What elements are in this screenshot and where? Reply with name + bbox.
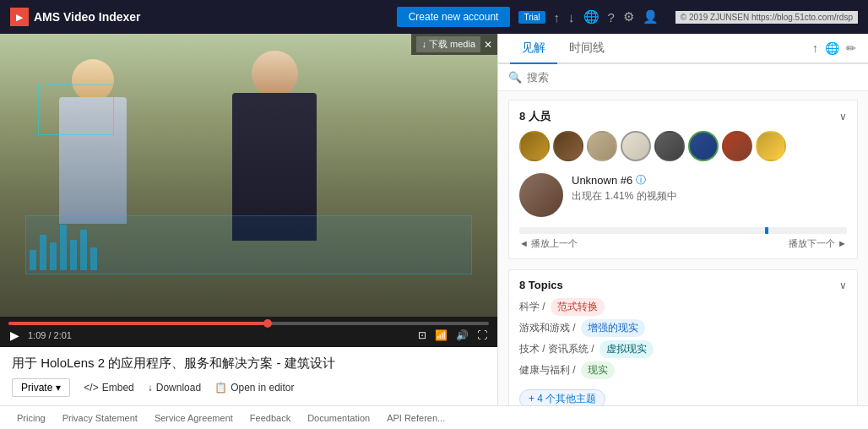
controls-row: ▶ 1:09 / 2:01 ⊡ 📶 🔊 ⛶ (8, 329, 489, 342)
progress-bar[interactable] (8, 322, 489, 325)
people-chevron-icon[interactable]: ∨ (839, 111, 847, 122)
trial-badge: Trial (518, 11, 545, 24)
open-editor-label: Open in editor (231, 382, 294, 394)
video-actions: Private ▾ </> Embed ↓ Download 📋 Open in… (12, 378, 486, 397)
footer-api-reference[interactable]: API Referen... (387, 413, 445, 423)
download-icon[interactable]: ↓ (568, 10, 575, 24)
subtitles-button[interactable]: ⊡ (416, 329, 428, 341)
tab-globe-icon[interactable]: 🌐 (825, 41, 839, 55)
topics-section-title: 8 Topics (519, 279, 563, 291)
topic-tag-1[interactable]: 增强的现实 (581, 319, 645, 337)
embed-label: Embed (102, 382, 134, 394)
ctrl-right-buttons: ⊡ 📶 🔊 ⛶ (416, 329, 489, 341)
footer-pricing[interactable]: Pricing (17, 413, 46, 423)
topic-row-0: 科学 / 范式转换 (519, 298, 847, 316)
more-topics-button[interactable]: + 4 个其他主题 (519, 389, 605, 405)
signal-button[interactable]: 📶 (433, 329, 449, 341)
download-icon: ↓ (148, 382, 153, 394)
tab-icons: ↑ 🌐 ✏ (812, 34, 856, 62)
download-media-button[interactable]: ↓ 下载 media (416, 36, 480, 52)
topic-prefix-2: 技术 / 资讯系统 / (519, 342, 594, 356)
tab-timeline[interactable]: 时间线 (557, 34, 616, 64)
fullscreen-button[interactable]: ⛶ (475, 329, 489, 341)
people-next-button[interactable]: 播放下一个 ► (789, 237, 847, 250)
people-timeline-bar[interactable] (519, 227, 847, 234)
footer-service-agreement[interactable]: Service Agreement (155, 413, 233, 423)
video-scene (0, 34, 497, 317)
people-avatars (519, 131, 847, 161)
person-info-icon[interactable]: ⓘ (636, 173, 646, 187)
ar-frame (38, 84, 114, 135)
footer-documentation[interactable]: Documentation (307, 413, 370, 423)
people-prev-button[interactable]: ◄ 播放上一个 (519, 237, 578, 250)
user-icon[interactable]: 👤 (643, 9, 659, 24)
footer-feedback[interactable]: Feedback (250, 413, 290, 423)
tab-insights[interactable]: 见解 (510, 34, 557, 64)
video-panel-close[interactable]: ✕ (484, 39, 492, 51)
topic-tag-3[interactable]: 现实 (581, 361, 615, 379)
settings-icon[interactable]: ⚙ (623, 9, 634, 24)
avatar-4[interactable] (621, 131, 651, 161)
logo-icon: ▶ (10, 8, 29, 26)
tab-timeline-label: 时间线 (569, 41, 605, 54)
avatar-6[interactable] (688, 131, 719, 161)
topic-tag-0[interactable]: 范式转换 (551, 298, 605, 316)
progress-dot (263, 319, 272, 328)
person-name-text: Unknown #6 (572, 174, 632, 187)
more-topics-container: + 4 个其他主题 (519, 386, 847, 405)
play-button[interactable]: ▶ (8, 329, 21, 342)
upload-icon[interactable]: ↑ (554, 10, 561, 24)
head-shape-2 (252, 51, 298, 97)
avatar-3[interactable] (587, 131, 617, 161)
bar6 (80, 230, 87, 270)
ar-bars (26, 216, 471, 274)
open-editor-button[interactable]: 📋 Open in editor (214, 382, 294, 394)
topics-section: 8 Topics ∨ 科学 / 范式转换 游戏和游戏 / 增强的现实 技术 / … (508, 269, 858, 405)
top-bar-icons: ↑ ↓ 🌐 ? ⚙ 👤 (554, 9, 659, 24)
tab-upload-icon[interactable]: ↑ (812, 41, 818, 55)
people-section-header: 8 人员 ∨ (519, 109, 847, 124)
avatar-1[interactable] (519, 131, 550, 161)
people-timeline-nav: ◄ 播放上一个 播放下一个 ► (519, 237, 847, 250)
bar4 (60, 225, 67, 270)
create-account-button[interactable]: Create new account (397, 7, 511, 27)
search-input[interactable] (527, 71, 858, 84)
avatar-8[interactable] (756, 131, 786, 161)
topic-prefix-3: 健康与福利 / (519, 363, 576, 377)
topics-chevron-icon[interactable]: ∨ (839, 280, 847, 291)
topic-row-3: 健康与福利 / 现实 (519, 361, 847, 379)
person-name: Unknown #6 ⓘ (572, 173, 847, 187)
person-stat: 出现在 1.41% 的视频中 (572, 189, 847, 204)
embed-button[interactable]: </> Embed (84, 382, 133, 394)
right-content: 8 人员 ∨ (498, 91, 868, 405)
tab-edit-icon[interactable]: ✏ (846, 41, 856, 55)
footer-bar: Pricing Privacy Statement Service Agreem… (0, 405, 868, 429)
video-area: ↓ 下载 media ✕ (0, 34, 497, 317)
people-section-title: 8 人员 (519, 109, 551, 124)
topic-tag-2[interactable]: 虚拟现实 (599, 340, 654, 358)
editor-icon: 📋 (214, 382, 227, 394)
volume-button[interactable]: 🔊 (454, 329, 470, 341)
main-layout: ↓ 下载 media ✕ ▶ 1:09 / 2:01 ⊡ 📶 🔊 ⛶ (0, 34, 868, 405)
private-button[interactable]: Private ▾ (12, 378, 70, 397)
bar3 (50, 242, 57, 270)
time-display: 1:09 / 2:01 (28, 330, 72, 340)
help-icon[interactable]: ? (608, 10, 615, 24)
avatar-7[interactable] (722, 131, 752, 161)
download-button[interactable]: ↓ Download (148, 382, 201, 394)
topic-prefix-0: 科学 / (519, 300, 545, 314)
footer-privacy[interactable]: Privacy Statement (62, 413, 138, 423)
bar5 (70, 240, 77, 270)
right-panel: 见解 时间线 ↑ 🌐 ✏ 🔍 8 人员 ∨ (498, 34, 868, 405)
avatar-5[interactable] (654, 131, 685, 161)
bar2 (40, 235, 46, 270)
embed-icon: </> (84, 382, 98, 394)
right-tabs: 见解 时间线 ↑ 🌐 ✏ (498, 34, 868, 64)
avatar-2[interactable] (553, 131, 583, 161)
video-panel: ↓ 下载 media ✕ ▶ 1:09 / 2:01 ⊡ 📶 🔊 ⛶ (0, 34, 498, 405)
globe-icon[interactable]: 🌐 (583, 9, 599, 24)
topic-row-2: 技术 / 资讯系统 / 虚拟现实 (519, 340, 847, 358)
search-bar: 🔍 (498, 64, 868, 91)
top-nav-bar: ▶ AMS Video Indexer Create new account T… (0, 0, 868, 34)
person-avatar-large (519, 173, 563, 217)
